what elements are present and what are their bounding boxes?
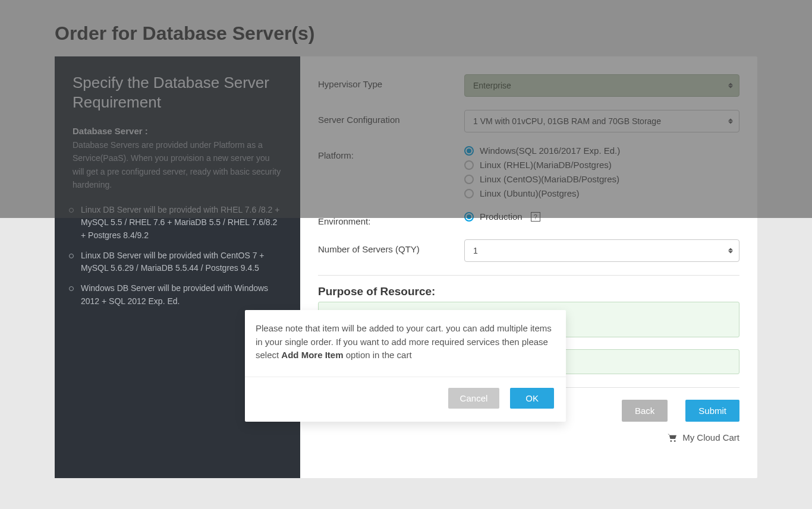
qty-select[interactable]: 1 [464,239,739,262]
qty-label: Number of Servers (QTY) [318,239,464,254]
svg-point-0 [670,440,672,442]
modal-footer: Cancel OK [245,377,566,422]
modal-text-bold: Add More Item [281,350,343,360]
cart-label: My Cloud Cart [682,432,739,442]
sidebar-bullet: Windows DB Server will be provided with … [73,282,282,308]
qty-value: 1 [473,246,478,255]
back-button[interactable]: Back [622,400,668,422]
cancel-button[interactable]: Cancel [448,388,500,409]
confirm-modal: Please note that item will be added to y… [245,310,566,422]
modal-body: Please note that item will be added to y… [245,310,566,377]
modal-text-2: option in the cart [344,350,412,360]
cart-icon [667,434,678,442]
my-cloud-cart-link[interactable]: My Cloud Cart [318,432,739,442]
svg-point-1 [674,440,676,442]
purpose-heading: Purpose of Resource: [318,275,739,298]
sidebar-bullet: Linux DB Server will be provided with Ce… [73,249,282,275]
select-updown-icon [728,248,733,254]
submit-button[interactable]: Submit [685,400,739,422]
modal-backdrop [0,0,812,218]
ok-button[interactable]: OK [510,388,554,409]
